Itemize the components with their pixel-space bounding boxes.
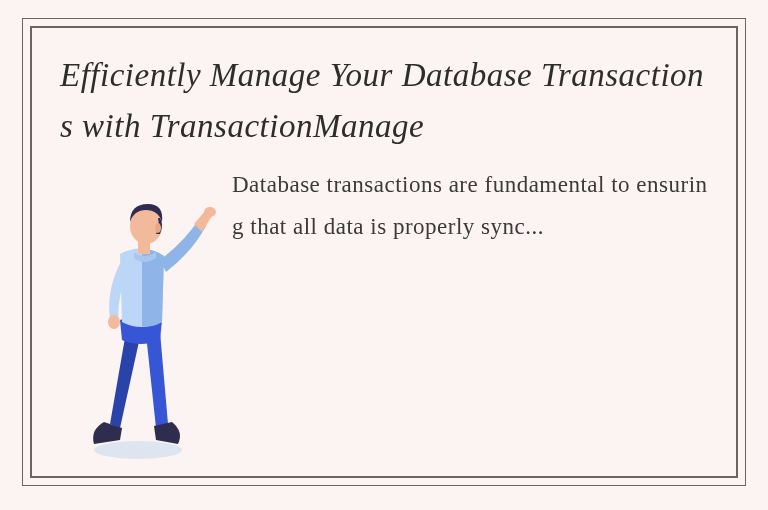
outer-frame: Efficiently Manage Your Database Transac… <box>22 18 746 486</box>
svg-point-2 <box>204 207 216 217</box>
card-title: Efficiently Manage Your Database Transac… <box>60 50 708 152</box>
svg-point-5 <box>155 223 161 233</box>
person-pointing-illustration <box>60 162 220 462</box>
person-pointing-icon <box>60 162 220 462</box>
svg-point-0 <box>94 441 182 459</box>
card-body-text: Database transactions are fundamental to… <box>232 162 708 247</box>
svg-point-1 <box>108 315 120 329</box>
inner-frame: Efficiently Manage Your Database Transac… <box>30 26 738 478</box>
content-row: Database transactions are fundamental to… <box>60 162 708 462</box>
